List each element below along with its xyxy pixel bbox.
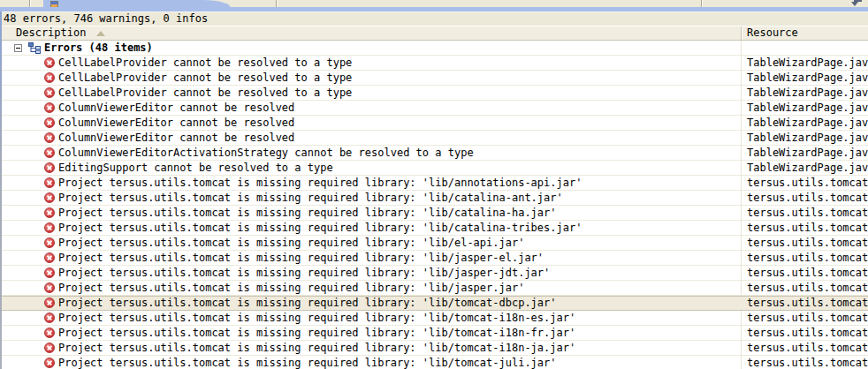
table-row[interactable]: Project tersus.utils.tomcat is missing r… — [0, 251, 868, 266]
error-icon — [44, 343, 55, 353]
error-icon — [44, 252, 55, 263]
summary-bar: 48 errors, 746 warnings, 0 infos — [0, 11, 868, 26]
row-description: ColumnViewerEditor cannot be resolved — [58, 101, 294, 115]
error-rows-container: CellLabelProvider cannot be resolved to … — [0, 56, 868, 369]
row-description: ColumnViewerEditorActivationStrategy can… — [58, 146, 474, 160]
row-resource: TableWizardPage.java — [747, 86, 868, 100]
table-row[interactable]: Project tersus.utils.tomcat is missing r… — [0, 326, 868, 341]
error-icon — [44, 222, 55, 233]
row-description: CellLabelProvider cannot be resolved to … — [58, 56, 352, 70]
row-resource: TableWizardPage.java — [747, 101, 868, 115]
table-row[interactable]: Project tersus.utils.tomcat is missing r… — [0, 296, 868, 311]
table-row[interactable]: Project tersus.utils.tomcat is missing r… — [0, 266, 868, 281]
sort-ascending-icon — [96, 31, 105, 36]
table-row[interactable]: Project tersus.utils.tomcat is missing r… — [0, 281, 868, 296]
row-resource: tersus.utils.tomcat — [747, 266, 868, 280]
table-row[interactable]: ColumnViewerEditor cannot be resolved Ta… — [0, 131, 868, 146]
row-resource: tersus.utils.tomcat — [747, 356, 868, 369]
row-description: Project tersus.utils.tomcat is missing r… — [58, 221, 582, 235]
error-icon — [44, 313, 55, 323]
table-row[interactable]: EditingSupport cannot be resolved to a t… — [0, 161, 868, 176]
error-icon — [44, 297, 55, 308]
row-resource: tersus.utils.tomcat — [747, 191, 868, 205]
error-icon — [44, 132, 55, 143]
row-resource: tersus.utils.tomcat — [747, 311, 868, 325]
error-icon — [44, 87, 55, 98]
row-description: CellLabelProvider cannot be resolved to … — [58, 86, 352, 100]
row-resource: tersus.utils.tomcat — [747, 326, 868, 340]
row-resource: tersus.utils.tomcat — [747, 206, 868, 220]
row-description: Project tersus.utils.tomcat is missing r… — [58, 251, 544, 265]
table-row[interactable]: Project tersus.utils.tomcat is missing r… — [0, 206, 868, 221]
row-description: CellLabelProvider cannot be resolved to … — [58, 71, 352, 85]
row-description: Project tersus.utils.tomcat is missing r… — [58, 266, 550, 280]
row-resource: tersus.utils.tomcat — [747, 251, 868, 265]
row-description: Project tersus.utils.tomcat is missing r… — [58, 326, 575, 340]
table-row[interactable]: Project tersus.utils.tomcat is missing r… — [0, 236, 868, 251]
view-menu-icon[interactable] — [851, 0, 862, 6]
error-icon — [44, 177, 55, 188]
table-row[interactable]: ColumnViewerEditor cannot be resolved Ta… — [0, 101, 868, 116]
row-resource: tersus.utils.tomcat — [747, 341, 868, 355]
table-row[interactable]: Project tersus.utils.tomcat is missing r… — [0, 356, 868, 369]
row-resource: tersus.utils.tomcat — [747, 281, 868, 295]
selected-tab-band — [0, 7, 868, 11]
table-row[interactable]: CellLabelProvider cannot be resolved to … — [0, 71, 868, 86]
table-row[interactable]: Project tersus.utils.tomcat is missing r… — [0, 191, 868, 206]
error-icon — [44, 102, 55, 113]
row-resource: TableWizardPage.java — [747, 131, 868, 145]
column-resize-handle[interactable] — [741, 26, 742, 40]
row-resource: tersus.utils.tomcat — [747, 221, 868, 235]
error-icon — [44, 72, 55, 83]
problems-view: 48 errors, 746 warnings, 0 infos Descrip… — [0, 0, 868, 369]
error-icon — [44, 147, 55, 158]
table-row[interactable]: ColumnViewerEditorActivationStrategy can… — [0, 146, 868, 161]
table-row[interactable]: ColumnViewerEditor cannot be resolved Ta… — [0, 116, 868, 131]
error-icon — [44, 162, 55, 173]
row-description: Project tersus.utils.tomcat is missing r… — [58, 191, 563, 205]
row-description: Project tersus.utils.tomcat is missing r… — [58, 296, 557, 310]
row-description: Project tersus.utils.tomcat is missing r… — [58, 281, 524, 295]
row-description: Project tersus.utils.tomcat is missing r… — [58, 236, 524, 250]
tab-separator — [276, 0, 277, 7]
row-resource: tersus.utils.tomcat — [747, 176, 868, 190]
error-icon — [44, 267, 55, 278]
row-resource: TableWizardPage.java — [747, 56, 868, 70]
table-row[interactable]: Project tersus.utils.tomcat is missing r… — [0, 176, 868, 191]
row-description: Project tersus.utils.tomcat is missing r… — [58, 311, 575, 325]
row-resource: TableWizardPage.java — [747, 146, 868, 160]
collapse-icon[interactable] — [14, 44, 22, 52]
table-row[interactable]: CellLabelProvider cannot be resolved to … — [0, 86, 868, 101]
tab-separator — [29, 0, 30, 7]
tab-strip — [0, 0, 868, 11]
errors-group-icon — [28, 42, 41, 54]
row-description: ColumnViewerEditor cannot be resolved — [58, 116, 294, 130]
error-icon — [44, 192, 55, 203]
table-row[interactable]: Project tersus.utils.tomcat is missing r… — [0, 221, 868, 236]
error-icon — [44, 57, 55, 68]
error-icon — [44, 282, 55, 293]
row-description: Project tersus.utils.tomcat is missing r… — [58, 206, 557, 220]
table-row[interactable]: CellLabelProvider cannot be resolved to … — [0, 56, 868, 71]
column-header-resource[interactable]: Resource — [747, 26, 798, 40]
error-icon — [44, 207, 55, 218]
row-description: Project tersus.utils.tomcat is missing r… — [58, 341, 575, 355]
row-resource: tersus.utils.tomcat — [747, 296, 868, 310]
row-resource: TableWizardPage.java — [747, 116, 868, 130]
row-description: Project tersus.utils.tomcat is missing r… — [58, 176, 582, 190]
row-resource: TableWizardPage.java — [747, 161, 868, 175]
row-description: ColumnViewerEditor cannot be resolved — [58, 131, 294, 145]
row-resource: TableWizardPage.java — [747, 71, 868, 85]
row-resource: tersus.utils.tomcat — [747, 236, 868, 250]
group-row-errors[interactable]: Errors (48 items) — [0, 41, 868, 56]
error-icon — [44, 237, 55, 248]
error-icon — [44, 328, 55, 338]
table-body: Errors (48 items) CellLabelProvider cann… — [0, 41, 868, 369]
group-label: Errors (48 items) — [44, 41, 153, 55]
table-header: Description Resource — [0, 26, 868, 41]
view-left-border — [0, 11, 2, 369]
column-header-description-label: Description — [16, 26, 86, 39]
table-row[interactable]: Project tersus.utils.tomcat is missing r… — [0, 341, 868, 356]
table-row[interactable]: Project tersus.utils.tomcat is missing r… — [0, 311, 868, 326]
column-header-description[interactable]: Description — [16, 26, 105, 40]
